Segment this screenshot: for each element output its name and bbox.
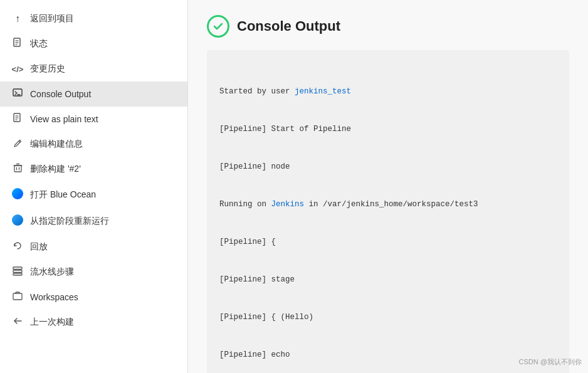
doc-icon (11, 38, 24, 50)
sidebar-item-blue-ocean[interactable]: 打开 Blue Ocean (0, 182, 187, 208)
sidebar: ↑ 返回到项目 状态 </> 变更历史 Console Output (0, 0, 188, 373)
sidebar-item-label: 编辑构建信息 (30, 139, 83, 150)
console-line: [Pipeline] { (219, 236, 557, 248)
sidebar-item-label: Console Output (30, 89, 91, 99)
jenkins-link[interactable]: Jenkins (271, 200, 305, 209)
plain-text-icon (11, 113, 24, 125)
console-line: Running on Jenkins in /var/jenkins_home/… (219, 198, 557, 211)
sidebar-item-label: 打开 Blue Ocean (30, 189, 96, 201)
sidebar-item-back-to-project[interactable]: ↑ 返回到项目 (0, 6, 187, 31)
svg-line-10 (19, 141, 20, 142)
sidebar-item-label: View as plain text (30, 114, 98, 124)
prev-build-icon (11, 316, 24, 328)
console-line: [Pipeline] stage (219, 273, 557, 286)
sidebar-item-label: 状态 (30, 38, 48, 50)
pencil-icon (11, 139, 24, 150)
sidebar-item-label: 回放 (30, 241, 48, 253)
console-line: [Pipeline] node (219, 160, 557, 173)
svg-rect-16 (13, 267, 22, 270)
arrow-up-icon: ↑ (11, 13, 24, 24)
trash-icon (11, 163, 24, 176)
console-line: [Pipeline] { (Hello) (219, 311, 557, 323)
terminal-icon (11, 88, 24, 100)
sidebar-item-label: 变更历史 (30, 63, 65, 75)
sidebar-item-status[interactable]: 状态 (0, 31, 187, 56)
sidebar-item-label: 从指定阶段重新运行 (30, 216, 109, 227)
sidebar-item-label: 上一次构建 (30, 317, 74, 328)
sidebar-item-changes[interactable]: </> 变更历史 (0, 56, 187, 81)
sidebar-item-workspaces[interactable]: Workspaces (0, 285, 187, 310)
sidebar-item-prev-build[interactable]: 上一次构建 (0, 310, 187, 335)
console-line: Started by user jenkins_test (219, 85, 557, 98)
sidebar-item-replay[interactable]: 回放 (0, 234, 187, 260)
replay-icon (11, 241, 24, 253)
sidebar-item-edit-build-info[interactable]: 编辑构建信息 (0, 132, 187, 157)
blue-ocean-icon (11, 188, 24, 202)
code-icon: </> (11, 65, 24, 74)
success-check-icon (207, 15, 229, 38)
sidebar-item-delete-build[interactable]: 删除构建 '#2' (0, 157, 187, 182)
user-link[interactable]: jenkins_test (295, 87, 351, 96)
sidebar-item-view-plain-text[interactable]: View as plain text (0, 107, 187, 132)
sidebar-item-pipeline-steps[interactable]: 流水线步骤 (0, 260, 187, 285)
sidebar-item-label: Workspaces (30, 292, 78, 302)
console-line: [Pipeline] Start of Pipeline (219, 123, 557, 135)
svg-rect-17 (13, 270, 22, 273)
sidebar-item-label: 返回到项目 (30, 13, 74, 24)
sidebar-item-label: 流水线步骤 (30, 266, 74, 278)
main-content: Console Output Started by user jenkins_t… (188, 0, 588, 373)
console-line: [Pipeline] echo (219, 349, 557, 361)
page-header: Console Output (207, 15, 569, 38)
watermark: CSDN @我认不到你 (519, 357, 582, 367)
workspace-icon (11, 291, 24, 303)
pipeline-steps-icon (11, 266, 24, 278)
sidebar-item-console-output[interactable]: Console Output (0, 81, 187, 107)
console-output-block: Started by user jenkins_test [Pipeline] … (207, 50, 569, 373)
sidebar-item-restart-from-stage[interactable]: 从指定阶段重新运行 (0, 208, 187, 234)
page-title: Console Output (237, 18, 340, 34)
svg-rect-18 (13, 273, 22, 275)
run-stage-icon (11, 214, 24, 228)
svg-rect-19 (13, 293, 22, 300)
svg-rect-11 (14, 165, 21, 172)
sidebar-item-label: 删除构建 '#2' (30, 164, 81, 175)
